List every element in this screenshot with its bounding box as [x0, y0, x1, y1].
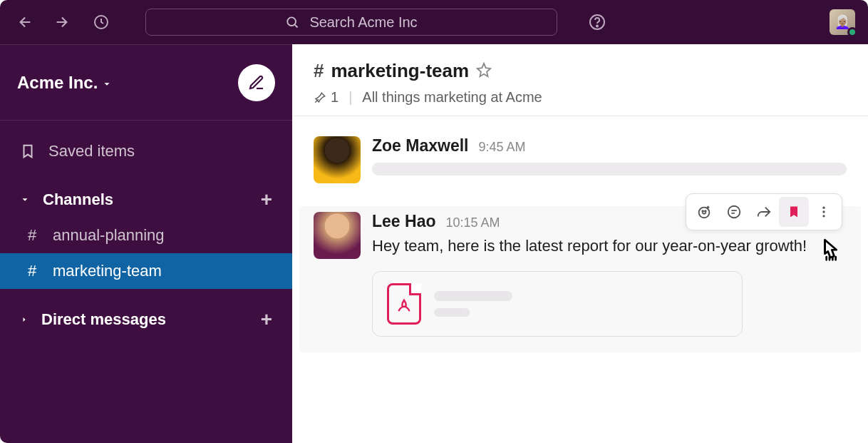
message-author[interactable]: Lee Hao [372, 212, 435, 231]
message: Lee Hao 10:15 AM Hey team, here is the l… [299, 206, 861, 352]
sidebar-section-channels[interactable]: Channels + [0, 182, 292, 218]
sidebar-item-annual-planning[interactable]: # annual-planning [0, 218, 292, 253]
svg-point-10 [822, 215, 825, 217]
pinned-items-button[interactable]: 1 [314, 89, 339, 106]
attachment-meta-placeholder [434, 291, 512, 317]
message-text: Hey team, here is the latest report for … [372, 234, 847, 258]
history-button[interactable] [88, 9, 114, 35]
caret-down-icon [20, 195, 30, 205]
message-timestamp[interactable]: 10:15 AM [445, 215, 500, 230]
channel-name: annual-planning [53, 226, 165, 245]
hash-icon: # [24, 226, 40, 245]
hash-icon: # [24, 262, 40, 280]
channel-header: # marketing-team 1 | All things marketin… [292, 44, 868, 116]
pdf-icon [387, 283, 421, 325]
pin-icon [314, 91, 326, 104]
add-dm-button[interactable]: + [261, 308, 272, 331]
channel-title[interactable]: marketing-team [331, 60, 469, 82]
message-hover-toolbar [686, 193, 842, 230]
sidebar-item-marketing-team[interactable]: # marketing-team [0, 253, 292, 289]
workspace-switcher[interactable]: Acme Inc. [17, 73, 112, 93]
svg-point-6 [705, 210, 706, 212]
channel-name: marketing-team [53, 262, 162, 280]
add-reaction-button[interactable] [689, 197, 719, 227]
author-avatar[interactable] [314, 212, 361, 259]
sidebar: Acme Inc. Saved items Channels + # annua… [0, 44, 292, 443]
sidebar-section-label: Channels [43, 190, 113, 209]
bookmark-icon [787, 205, 801, 219]
presence-indicator [847, 27, 857, 37]
channel-topic[interactable]: All things marketing at Acme [362, 89, 542, 106]
search-placeholder: Search Acme Inc [309, 14, 417, 31]
compose-button[interactable] [238, 64, 275, 101]
search-input[interactable]: Search Acme Inc [145, 9, 557, 36]
pin-count: 1 [331, 89, 339, 106]
bookmark-icon [20, 143, 36, 159]
sidebar-section-label: Direct messages [41, 310, 166, 329]
sidebar-item-label: Saved items [48, 142, 135, 161]
main-pane: # marketing-team 1 | All things marketin… [292, 44, 868, 443]
forward-button[interactable] [48, 9, 74, 35]
back-button[interactable] [13, 9, 38, 35]
chevron-down-icon [102, 79, 112, 89]
message-author[interactable]: Zoe Maxwell [372, 136, 468, 156]
help-button[interactable] [584, 9, 610, 35]
message-timestamp[interactable]: 9:45 AM [478, 140, 525, 155]
search-icon [285, 15, 299, 29]
workspace-header: Acme Inc. [0, 45, 292, 121]
divider: | [348, 89, 352, 106]
message: Zoe Maxwell 9:45 AM [314, 131, 847, 199]
svg-point-8 [822, 207, 825, 209]
topbar: Search Acme Inc 👩🏽‍🦳 [0, 0, 868, 44]
svg-point-9 [822, 210, 825, 213]
caret-right-icon [20, 315, 29, 324]
message-text-placeholder [372, 163, 847, 175]
workspace-name: Acme Inc. [17, 73, 98, 93]
file-attachment[interactable] [372, 271, 743, 337]
svg-point-3 [596, 26, 598, 27]
sidebar-item-saved[interactable]: Saved items [0, 133, 292, 169]
svg-point-5 [702, 210, 703, 212]
svg-point-1 [288, 17, 296, 26]
svg-point-7 [728, 206, 740, 218]
author-avatar[interactable] [314, 136, 361, 183]
hash-icon: # [314, 60, 324, 82]
save-message-button[interactable] [779, 197, 809, 227]
star-channel-button[interactable] [476, 62, 492, 81]
more-actions-button[interactable] [809, 197, 839, 227]
add-channel-button[interactable]: + [261, 188, 272, 211]
svg-point-4 [699, 208, 710, 218]
reply-thread-button[interactable] [719, 197, 749, 227]
user-avatar[interactable]: 👩🏽‍🦳 [830, 9, 855, 35]
share-message-button[interactable] [749, 197, 779, 227]
sidebar-section-dms[interactable]: Direct messages + [0, 302, 292, 337]
